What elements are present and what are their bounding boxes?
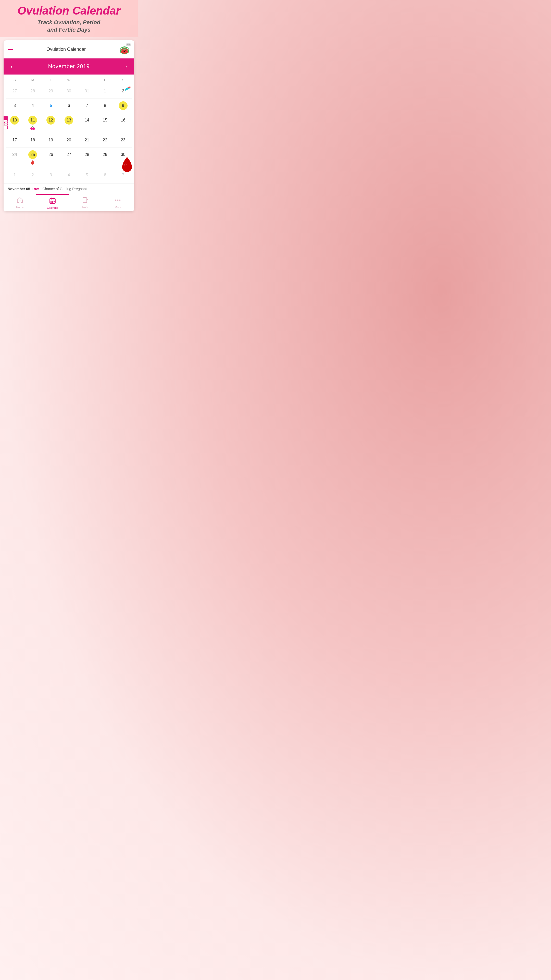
- nav-more-label: More: [114, 206, 121, 209]
- calendar-week-2: 3 4 5 6 7 8 9: [6, 99, 132, 113]
- day-nov-11[interactable]: 11: [24, 115, 42, 132]
- day-nov-29[interactable]: 29: [96, 149, 114, 167]
- day-dec-1[interactable]: 1: [6, 169, 24, 181]
- nav-more[interactable]: More: [102, 194, 134, 211]
- calendar-icon: [49, 197, 56, 205]
- nav-note[interactable]: Note: [69, 194, 102, 211]
- nav-calendar[interactable]: Calendar: [36, 194, 69, 211]
- svg-point-44: [119, 199, 121, 200]
- day-nov-7[interactable]: 7: [78, 100, 96, 112]
- day-oct-27[interactable]: 27: [6, 85, 24, 97]
- day-nov-5[interactable]: 5: [42, 100, 60, 112]
- day-header-mon: M: [24, 77, 42, 83]
- day-nov-12[interactable]: 12: [42, 115, 60, 132]
- day-nov-4[interactable]: 4: [24, 100, 42, 112]
- calendar-week-5: 24 25 26 27 28: [6, 148, 132, 168]
- bottom-nav: Home Calendar: [3, 194, 134, 211]
- app-card: Ovulation Calendar AD: [3, 40, 134, 211]
- svg-rect-37: [52, 202, 53, 203]
- app-subtitle: Track Ovulation, Periodand Fertile Days: [5, 19, 133, 33]
- day-nov-3[interactable]: 3: [6, 100, 24, 112]
- day-nov-26[interactable]: 26: [42, 149, 60, 167]
- svg-point-42: [115, 199, 117, 200]
- svg-point-18: [4, 122, 5, 123]
- menu-button[interactable]: [8, 48, 13, 51]
- day-oct-29[interactable]: 29: [42, 85, 60, 97]
- day-nov-15[interactable]: 15: [96, 115, 114, 132]
- day-nov-6[interactable]: 6: [60, 100, 78, 112]
- svg-rect-35: [54, 201, 55, 202]
- more-icon: [114, 197, 121, 205]
- calendar-week-3: 10 11 12 13: [6, 113, 132, 133]
- svg-rect-34: [52, 201, 53, 202]
- day-dec-4[interactable]: 4: [60, 169, 78, 181]
- day-oct-28[interactable]: 28: [24, 85, 42, 97]
- note-icon: [82, 197, 89, 205]
- svg-point-43: [118, 199, 119, 200]
- day-headers: S M T W T F S: [6, 75, 132, 84]
- calendar-week-1: 27 28 29 30 31 1 2: [6, 84, 132, 99]
- day-nov-2[interactable]: 2: [114, 85, 132, 97]
- day-header-tue: T: [42, 77, 60, 83]
- blood-drop-small-icon: [30, 160, 35, 165]
- svg-point-27: [32, 127, 35, 130]
- calendar-grid: S M T W T F S 27 28 29 30: [3, 75, 134, 183]
- home-icon: [17, 197, 23, 205]
- info-description: - Chance of Getting Pregnant: [40, 187, 87, 191]
- day-oct-31[interactable]: 31: [78, 85, 96, 97]
- svg-rect-33: [51, 201, 52, 202]
- day-dec-6[interactable]: 6: [96, 169, 114, 181]
- nav-home[interactable]: Home: [3, 194, 36, 211]
- month-nav: ‹ November 2019 ›: [3, 59, 134, 75]
- day-header-wed: W: [60, 77, 78, 83]
- day-dec-7[interactable]: 7: [114, 169, 132, 181]
- day-nov-17[interactable]: 17: [6, 134, 24, 146]
- day-nov-30[interactable]: 30: [114, 149, 132, 167]
- svg-point-2: [121, 48, 128, 54]
- svg-rect-36: [51, 202, 52, 203]
- day-nov-28[interactable]: 28: [78, 149, 96, 167]
- day-nov-1[interactable]: 1: [96, 85, 114, 97]
- ad-badge: AD: [126, 43, 130, 46]
- day-nov-9[interactable]: 9: [114, 100, 132, 112]
- day-dec-3[interactable]: 3: [42, 169, 60, 181]
- nav-note-label: Note: [82, 206, 88, 209]
- next-month-button[interactable]: ›: [123, 62, 129, 70]
- calendar-week-6: 1 2 3 4 5 6 7: [6, 168, 132, 183]
- nav-calendar-label: Calendar: [47, 206, 59, 209]
- day-nov-8[interactable]: 8: [96, 100, 114, 112]
- app-title: Ovulation Calendar: [5, 5, 133, 17]
- day-nov-13[interactable]: 13: [60, 115, 78, 132]
- day-nov-14[interactable]: 14: [78, 115, 96, 132]
- info-status: Low: [32, 187, 39, 191]
- month-title: November 2019: [48, 63, 89, 70]
- day-header-sat: S: [114, 77, 132, 83]
- day-dec-2[interactable]: 2: [24, 169, 42, 181]
- day-nov-23[interactable]: 23: [114, 134, 132, 146]
- day-nov-10[interactable]: 10: [6, 115, 24, 132]
- nav-home-label: Home: [16, 206, 24, 209]
- day-nov-25[interactable]: 25: [24, 149, 42, 167]
- preg-test-icon: [124, 86, 132, 91]
- day-header-fri: F: [96, 77, 114, 83]
- day-oct-30[interactable]: 30: [60, 85, 78, 97]
- day-nov-18[interactable]: 18: [24, 134, 42, 146]
- app-bar-title: Ovulation Calendar: [46, 47, 86, 52]
- day-nov-16[interactable]: 16: [114, 115, 132, 132]
- day-header-sun: S: [6, 77, 24, 83]
- calendar-week-4: 17 18 19 20 21 22 23: [6, 133, 132, 148]
- day-nov-24[interactable]: 24: [6, 149, 24, 167]
- day-nov-20[interactable]: 20: [60, 134, 78, 146]
- day-nov-22[interactable]: 22: [96, 134, 114, 146]
- prev-month-button[interactable]: ‹: [9, 62, 14, 70]
- top-bar: Ovulation Calendar AD: [3, 40, 134, 59]
- watermelon-icon: AD: [119, 44, 130, 55]
- day-nov-19[interactable]: 19: [42, 134, 60, 146]
- cherry-icon: [30, 125, 35, 130]
- day-nov-21[interactable]: 21: [78, 134, 96, 146]
- svg-point-23: [4, 124, 5, 125]
- day-header-thu: T: [78, 77, 96, 83]
- day-dec-5[interactable]: 5: [78, 169, 96, 181]
- info-date: November 05: [8, 187, 30, 191]
- day-nov-27[interactable]: 27: [60, 149, 78, 167]
